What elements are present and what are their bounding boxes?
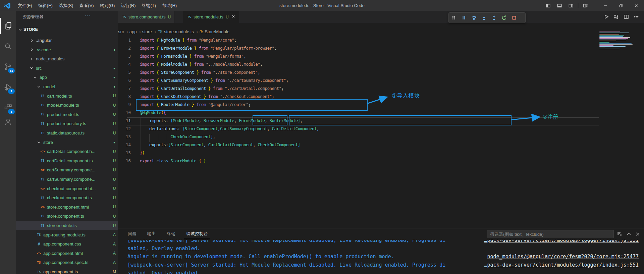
activity-search-icon[interactable] bbox=[0, 38, 16, 54]
menu-selection[interactable]: 选择(S) bbox=[56, 0, 76, 11]
ts-file-icon: TS bbox=[40, 195, 45, 201]
panel-tab-输出[interactable]: 输出 bbox=[145, 228, 158, 239]
file-app.component.ts[interactable]: TSapp.component.tsM bbox=[16, 267, 118, 274]
file-store.component.ts[interactable]: TSstore.component.tsU bbox=[16, 212, 118, 221]
activity-source-control-icon[interactable]: 51 bbox=[0, 59, 16, 75]
tab-store.module.ts[interactable]: TSstore.module.tsU bbox=[183, 11, 239, 23]
folder-nodemodules[interactable]: node_modules bbox=[16, 54, 118, 63]
menu-edit[interactable]: 编辑(E) bbox=[35, 0, 56, 11]
folder-store[interactable]: store● bbox=[16, 138, 118, 147]
menu-view[interactable]: 查看(V) bbox=[76, 0, 97, 11]
activity-account-icon[interactable] bbox=[0, 114, 16, 130]
annotation-import-label: ①导入模块 bbox=[392, 92, 420, 100]
file-model.module.ts[interactable]: TSmodel.module.tsU bbox=[16, 101, 118, 110]
file-checkout.component.ht...[interactable]: <>checkout.component.ht...U bbox=[16, 184, 118, 193]
tab-label: store.component.ts bbox=[128, 14, 166, 19]
breadcrumb-item-store[interactable]: store bbox=[142, 29, 152, 34]
file-label: cartDetail.component.ts bbox=[47, 158, 111, 163]
line-number: 7 bbox=[118, 86, 131, 91]
panel-tab-调试控制台[interactable]: 调试控制台 bbox=[184, 228, 210, 239]
console-source-link[interactable]: node_modules/@angular/core/fesm2020/core… bbox=[487, 254, 639, 260]
console-text: sabled, Overlay enabled. bbox=[127, 245, 200, 252]
chevron-right-icon bbox=[29, 38, 34, 43]
stop-icon[interactable] bbox=[509, 13, 519, 22]
file-store.module.ts[interactable]: TSstore.module.tsU bbox=[16, 221, 118, 230]
folder-.angular[interactable]: .angular bbox=[16, 36, 118, 45]
file-static.datasource.ts[interactable]: TSstatic.datasource.tsU bbox=[16, 128, 118, 138]
file-app.component.html[interactable]: <>app.component.htmlA bbox=[16, 249, 118, 258]
ts-file-icon: TS bbox=[186, 14, 192, 20]
minimap[interactable] bbox=[599, 32, 641, 50]
customize-layout-icon[interactable] bbox=[580, 0, 591, 11]
folder-.vscode[interactable]: .vscode● bbox=[16, 45, 118, 54]
more-actions-icon[interactable] bbox=[631, 13, 641, 21]
console-row: [webpack-dev-server] Server started: Hot… bbox=[127, 262, 641, 268]
annotation-box-import-line bbox=[136, 99, 368, 111]
drag-grip-icon[interactable] bbox=[449, 13, 459, 22]
file-cartSummary.compone...[interactable]: TScartSummary.compone...U bbox=[16, 175, 118, 184]
html-file-icon: <> bbox=[40, 167, 45, 173]
file-label: .angular bbox=[36, 38, 111, 43]
clear-filter-icon[interactable] bbox=[616, 231, 623, 237]
layout-panel-icon[interactable] bbox=[554, 0, 565, 11]
run-icon[interactable] bbox=[601, 13, 611, 21]
step-out-icon[interactable] bbox=[489, 13, 499, 22]
restart-icon[interactable] bbox=[499, 13, 509, 22]
code-line-5: import { StoreComponent } from "./store.… bbox=[140, 70, 260, 75]
folder-app[interactable]: app● bbox=[16, 73, 118, 82]
file-cart.model.ts[interactable]: TScart.model.tsU bbox=[16, 92, 118, 101]
close-panel-icon[interactable] bbox=[634, 231, 641, 237]
views-more-actions-icon[interactable]: ··· bbox=[85, 12, 91, 18]
file-product.repository.ts[interactable]: TSproduct.repository.tsU bbox=[16, 119, 118, 128]
file-cartDetail.component.ts[interactable]: TScartDetail.component.tsU bbox=[16, 156, 118, 165]
chevron-up-icon[interactable] bbox=[625, 231, 633, 237]
layout-secondary-sidebar-icon[interactable] bbox=[565, 0, 577, 11]
breadcrumb-item-StoreModule[interactable]: StoreModule bbox=[199, 29, 229, 34]
file-label: app.component.html bbox=[43, 251, 111, 256]
file-product.model.ts[interactable]: TSproduct.model.tsU bbox=[16, 110, 118, 119]
git-status-badge: U bbox=[111, 177, 118, 182]
panel-tab-问题[interactable]: 问题 bbox=[125, 228, 139, 239]
close-icon[interactable] bbox=[231, 14, 235, 19]
file-cartDetail.component.h...[interactable]: <>cartDetail.component.h...U bbox=[16, 147, 118, 156]
step-over-icon[interactable] bbox=[469, 13, 479, 22]
step-into-icon[interactable] bbox=[479, 13, 489, 22]
file-checkout.component.ts[interactable]: TScheckout.component.tsU bbox=[16, 193, 118, 202]
breadcrumb-item-src[interactable]: src bbox=[118, 29, 124, 34]
file-store.component.html[interactable]: <>store.component.htmlU bbox=[16, 203, 118, 212]
restore-icon[interactable] bbox=[613, 0, 629, 11]
minimize-icon[interactable] bbox=[598, 0, 613, 11]
code-line-8: import { CheckOutComponent } from "./che… bbox=[140, 94, 274, 99]
pause-icon[interactable] bbox=[459, 13, 469, 22]
console-source-link[interactable]: …pack-dev-server/client/modules/logger/i… bbox=[484, 262, 639, 268]
breadcrumb-item-store.module.ts[interactable]: TSstore.module.ts bbox=[157, 29, 194, 34]
panel-tab-终端[interactable]: 终端 bbox=[164, 228, 178, 239]
menu-run[interactable]: 运行(R) bbox=[118, 0, 139, 11]
code-editor[interactable]: 1import { NgModule } from "@angular/core… bbox=[118, 36, 644, 228]
minimap-line bbox=[599, 43, 632, 44]
activity-run-debug-icon[interactable]: 1 bbox=[0, 79, 16, 95]
workspace-section-header[interactable]: STORE bbox=[16, 26, 118, 34]
file-app.component.css[interactable]: #app.component.cssA bbox=[16, 239, 118, 249]
file-app.component.spec.ts[interactable]: TSapp.component.spec.tsA bbox=[16, 258, 118, 267]
close-window-icon[interactable] bbox=[629, 0, 644, 11]
menu-go[interactable]: 转到(G) bbox=[97, 0, 118, 11]
activity-extensions-icon[interactable]: 1 bbox=[0, 100, 16, 116]
folder-src[interactable]: src● bbox=[16, 64, 118, 73]
activity-files-icon[interactable] bbox=[0, 18, 17, 34]
file-cartSummary.compone...[interactable]: <>cartSummary.compone...U bbox=[16, 165, 118, 174]
chevron-right-icon bbox=[29, 47, 34, 52]
menu-help[interactable]: 帮助(H) bbox=[159, 0, 180, 11]
split-editor-icon[interactable] bbox=[621, 13, 631, 21]
breadcrumb-item-app[interactable]: app bbox=[129, 29, 137, 34]
layout-sidebar-icon[interactable] bbox=[542, 0, 554, 11]
menu-file[interactable]: 文件(F) bbox=[15, 0, 35, 11]
file-label: cartSummary.compone... bbox=[47, 177, 111, 182]
file-app-routing.module.ts[interactable]: TSapp-routing.module.tsA bbox=[16, 230, 118, 239]
file-label: model.module.ts bbox=[47, 103, 111, 108]
tab-store.component.ts[interactable]: TSstore.component.tsU bbox=[118, 11, 174, 23]
console-filter-input[interactable] bbox=[487, 230, 614, 238]
folder-model[interactable]: model● bbox=[16, 82, 118, 91]
menu-terminal[interactable]: 终端(T) bbox=[139, 0, 159, 11]
open-changes-icon[interactable] bbox=[611, 13, 621, 21]
